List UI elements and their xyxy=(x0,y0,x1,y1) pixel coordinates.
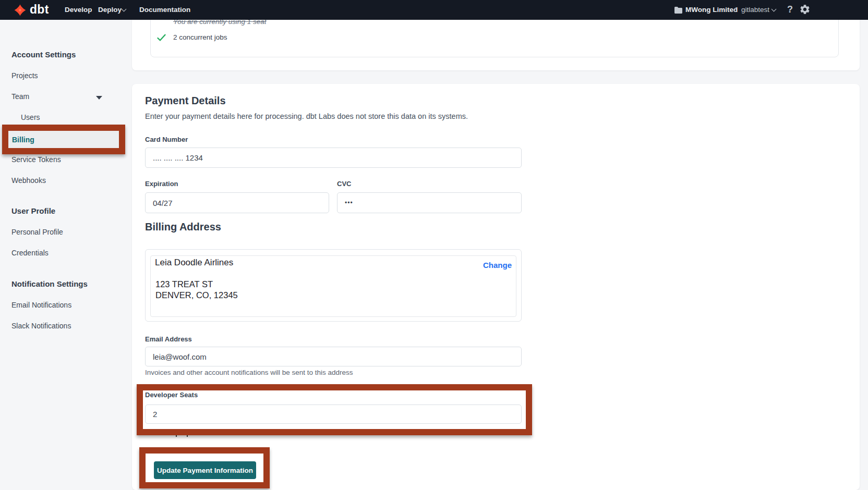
cvc-input[interactable] xyxy=(337,192,522,213)
chevron-down-icon xyxy=(771,7,777,12)
sidebar-item-users[interactable]: Users xyxy=(21,113,40,121)
developer-seats-label: Developer Seats xyxy=(145,391,198,399)
dbt-cloud-billing-page: dbt Develop Deploy Documentation MWong L… xyxy=(0,0,868,490)
chevron-down-icon xyxy=(122,7,127,12)
update-payment-information-button[interactable]: Update Payment Information xyxy=(154,461,256,479)
sidebar-item-billing-label: Billing xyxy=(12,136,34,144)
breadcrumb-separator: / xyxy=(734,6,736,14)
sidebar-heading-user-profile: User Profile xyxy=(11,206,55,215)
nav-deploy[interactable]: Deploy xyxy=(98,6,122,14)
concurrent-jobs-text: 2 concurrent jobs xyxy=(173,33,227,41)
brand-wordmark: dbt xyxy=(30,3,49,16)
sidebar-heading-notification-settings: Notification Settings xyxy=(11,279,88,288)
billing-address-city: DENVER, CO, 12345 xyxy=(155,290,238,300)
sidebar-item-email-notifications[interactable]: Email Notifications xyxy=(11,301,71,309)
gear-icon[interactable] xyxy=(799,4,811,17)
card-number-input[interactable] xyxy=(145,148,522,168)
nav-documentation[interactable]: Documentation xyxy=(139,6,190,14)
team-collapse-triangle-icon[interactable] xyxy=(96,96,102,100)
help-icon[interactable]: ? xyxy=(787,4,793,15)
billing-address-street: 123 TREAT ST xyxy=(155,279,213,289)
sidebar-item-personal-profile[interactable]: Personal Profile xyxy=(11,228,63,236)
nav-develop[interactable]: Develop xyxy=(65,6,92,14)
account-switcher[interactable]: MWong Limited xyxy=(685,6,738,14)
email-address-input[interactable] xyxy=(145,347,522,366)
sidebar-item-credentials[interactable]: Credentials xyxy=(11,249,49,257)
email-address-label: Email Address xyxy=(145,335,192,343)
sidebar-item-billing[interactable]: Billing xyxy=(8,131,119,148)
dbt-logo[interactable] xyxy=(14,4,27,19)
payment-details-subtitle: Enter your payment details here for proc… xyxy=(145,112,468,120)
obscured-text-fragment xyxy=(187,434,188,437)
expiration-label: Expiration xyxy=(145,180,178,188)
check-icon xyxy=(157,34,166,44)
billing-address-title: Billing Address xyxy=(145,221,221,233)
payment-details-title: Payment Details xyxy=(145,95,226,107)
top-navbar: dbt Develop Deploy Documentation MWong L… xyxy=(0,0,868,20)
expiration-input[interactable] xyxy=(145,192,329,213)
obscured-text-fragment xyxy=(176,434,177,437)
dbt-logo-icon xyxy=(14,4,27,17)
sidebar-item-team[interactable]: Team xyxy=(11,92,29,101)
email-helper-text: Invoices and other account notifications… xyxy=(145,369,353,376)
sidebar-heading-account-settings: Account Settings xyxy=(11,50,76,59)
billing-address-name: Leia Doodle Airlines xyxy=(155,258,233,268)
sidebar-item-projects[interactable]: Projects xyxy=(11,71,38,80)
developer-seats-input[interactable] xyxy=(145,405,522,424)
sidebar-item-webhooks[interactable]: Webhooks xyxy=(11,176,46,185)
project-switcher[interactable]: gitlabtest xyxy=(741,6,769,14)
sidebar-item-service-tokens[interactable]: Service Tokens xyxy=(11,155,61,164)
card-number-label: Card Number xyxy=(145,136,188,143)
cvc-label: CVC xyxy=(337,180,351,188)
change-address-link[interactable]: Change xyxy=(483,261,512,270)
sidebar-item-slack-notifications[interactable]: Slack Notifications xyxy=(11,322,71,330)
folder-icon xyxy=(674,6,683,16)
